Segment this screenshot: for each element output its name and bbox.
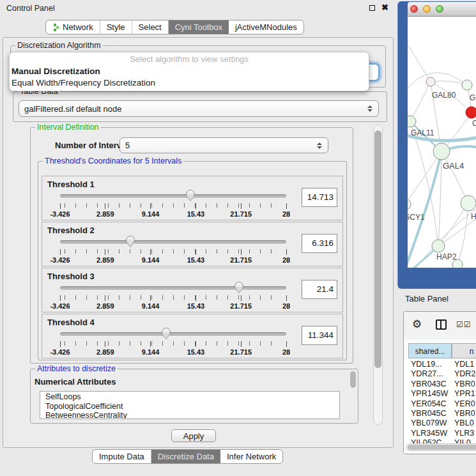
- threshold-value-field[interactable]: 21.4: [302, 280, 337, 299]
- network-window-titlebar[interactable]: [408, 2, 476, 17]
- table-cell[interactable]: YDR2: [454, 369, 475, 378]
- threshold-value-field[interactable]: 6.316: [302, 234, 337, 253]
- float-window-icon[interactable]: [369, 5, 375, 11]
- apply-button[interactable]: Apply: [171, 429, 216, 442]
- tab-impute-data[interactable]: Impute Data: [93, 450, 151, 463]
- threshold-slider[interactable]: -3.4262.8599.14415.4321.71528: [60, 236, 286, 265]
- slider-ticks: [65, 203, 282, 208]
- network-node[interactable]: [433, 143, 450, 160]
- slider-major-tick: [105, 249, 105, 255]
- network-node[interactable]: [432, 240, 445, 252]
- close-traffic-light-icon[interactable]: [410, 5, 418, 13]
- slider-track[interactable]: [60, 332, 286, 335]
- table-row[interactable]: YPR145WYPR1: [404, 389, 476, 399]
- slider-tick-label: 21.715: [220, 348, 261, 356]
- slider-tick-label: 9.144: [130, 256, 171, 264]
- table-cell[interactable]: YDL1: [454, 360, 474, 369]
- network-node-selected[interactable]: [466, 107, 476, 118]
- threshold-slider[interactable]: -3.4262.8599.14415.4321.71528: [60, 190, 286, 219]
- table-row[interactable]: YER054CYER0: [404, 399, 476, 409]
- split-view-icon[interactable]: [436, 319, 447, 330]
- network-canvas[interactable]: GAL80 G GAL11 C GAL4 GCY1 H HAP2: [408, 17, 476, 268]
- threshold-value-field[interactable]: 14.713: [302, 188, 337, 207]
- table-cell[interactable]: YBR045C: [411, 409, 447, 418]
- gear-icon[interactable]: ⚙: [412, 318, 422, 331]
- table-cell[interactable]: YPR1: [454, 389, 475, 398]
- table-row[interactable]: YBL079WYBL0: [404, 418, 476, 428]
- network-node[interactable]: [426, 77, 435, 86]
- table-cell[interactable]: YBR043C: [411, 380, 447, 388]
- network-view-window[interactable]: GAL80 G GAL11 C GAL4 GCY1 H HAP2: [397, 1, 476, 289]
- column-header-name[interactable]: n: [452, 343, 476, 358]
- table-row[interactable]: YDR27...YDR2: [404, 369, 476, 379]
- numerical-attributes-list[interactable]: SelfLoopsTopologicalCoefficientBetweenne…: [40, 391, 340, 419]
- network-node[interactable]: [462, 80, 472, 90]
- table-cell[interactable]: YLR3: [454, 429, 474, 438]
- table-cell[interactable]: YBL079W: [411, 418, 447, 427]
- table-row[interactable]: YLR345WYLR3: [404, 429, 476, 438]
- tab-cyni-toolbox[interactable]: Cyni Toolbox: [169, 20, 229, 34]
- slider-thumb[interactable]: [126, 236, 135, 243]
- table-cell[interactable]: YER054C: [411, 399, 447, 408]
- threshold-slider[interactable]: -3.4262.8599.14415.4321.71528: [60, 328, 286, 357]
- table-cell[interactable]: YER0: [454, 399, 475, 408]
- num-intervals-combobox[interactable]: 5: [119, 137, 328, 153]
- threshold-value-field[interactable]: 11.344: [302, 326, 337, 345]
- slider-track[interactable]: [60, 286, 286, 289]
- table-cell[interactable]: YLR345W: [411, 429, 447, 438]
- slider-major-tick: [150, 295, 151, 301]
- tab-label: Select: [139, 22, 162, 32]
- main-scrollbar[interactable]: [373, 125, 383, 425]
- table-cell[interactable]: YDR27...: [411, 369, 443, 378]
- network-node[interactable]: [408, 116, 416, 127]
- slider-major-tick: [60, 249, 61, 255]
- table-horizontal-scrollbar[interactable]: [406, 443, 476, 451]
- stepper-arrows-icon: [367, 101, 374, 116]
- cytoscape-desktop: { "control_panel": { "title": "Control P…: [0, 0, 476, 476]
- attributes-scrollbar[interactable]: [349, 371, 357, 395]
- network-node[interactable]: [461, 196, 476, 211]
- slider-major-tick: [286, 249, 287, 255]
- tab-discretize-data[interactable]: Discretize Data: [151, 450, 220, 463]
- table-cell[interactable]: YBR0: [454, 380, 475, 388]
- column-header-shared-name[interactable]: shared...: [408, 343, 452, 358]
- close-icon[interactable]: ✖: [381, 3, 388, 12]
- table-row[interactable]: YBR045CYBR0: [404, 409, 476, 418]
- network-node[interactable]: [408, 199, 411, 210]
- slider-ticks: [65, 341, 282, 346]
- minimize-traffic-light-icon[interactable]: [423, 5, 431, 13]
- tab-select[interactable]: Select: [132, 20, 169, 34]
- tab-network[interactable]: Network: [46, 20, 100, 34]
- tab-style[interactable]: Style: [100, 20, 132, 34]
- attribute-list-item[interactable]: BetweennessCentrality: [40, 410, 339, 419]
- slider-track[interactable]: [60, 240, 286, 243]
- attribute-list-item[interactable]: TopologicalCoefficient: [40, 401, 339, 411]
- slider-major-tick: [105, 341, 105, 347]
- slider-track[interactable]: [60, 194, 286, 197]
- zoom-traffic-light-icon[interactable]: [436, 5, 443, 13]
- threshold-slider[interactable]: -3.4262.8599.14415.4321.71528: [60, 282, 286, 311]
- cyni-toolbox-panel: Discretization Algorithm Select algorith…: [3, 37, 394, 448]
- table-row[interactable]: YBR043CYBR0: [404, 380, 476, 389]
- dropdown-option-manual[interactable]: Manual Discretization: [10, 66, 369, 78]
- slider-thumb[interactable]: [234, 282, 243, 289]
- tab-infer-network[interactable]: Infer Network: [220, 450, 282, 463]
- table-cell[interactable]: YPR145W: [411, 389, 448, 398]
- slider-tick-label: 15.43: [175, 256, 216, 264]
- tab-jactivemnodules[interactable]: jActiveMNodules: [229, 20, 303, 34]
- slider-thumb[interactable]: [162, 328, 171, 335]
- attribute-list-item[interactable]: SelfLoops: [40, 392, 339, 401]
- select-columns-icon[interactable]: ☑☑: [456, 320, 472, 329]
- table-data-combobox[interactable]: galFiltered.sif default node: [19, 100, 379, 117]
- slider-thumb[interactable]: [186, 190, 195, 197]
- table-cell[interactable]: YDL19...: [411, 360, 442, 369]
- tab-label: Infer Network: [227, 452, 276, 461]
- table-cell[interactable]: YBR0: [454, 409, 475, 418]
- network-nodes[interactable]: [408, 77, 476, 268]
- slider-tick-label: 15.43: [175, 348, 216, 356]
- table-row[interactable]: YDL19...YDL1: [404, 360, 476, 369]
- table-cell[interactable]: YBL0: [454, 418, 474, 427]
- slider-major-tick: [150, 203, 151, 209]
- slider-major-tick: [60, 341, 61, 347]
- dropdown-option-equal-width[interactable]: Equal Width/Frequency Discretization: [10, 78, 369, 89]
